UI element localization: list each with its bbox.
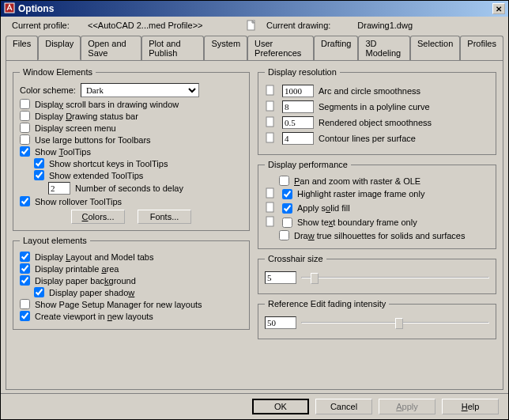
extended-tooltips-label: Show extended ToolTips [49,171,143,180]
svg-rect-5 [266,133,273,142]
highlight-raster-label: Highlight raster image frame only [297,189,424,199]
dwg-icon [265,216,277,229]
screen-menu-checkbox[interactable] [20,123,30,133]
svg-rect-8 [266,217,273,226]
dwg-icon [265,132,277,145]
delay-input[interactable] [48,182,70,195]
rollover-tooltips-label: Show rollover ToolTips [35,197,122,206]
printable-area-label: Display printable area [35,264,119,274]
delay-label: Number of seconds to delay [75,184,183,193]
printable-area-checkbox[interactable] [20,263,30,274]
svg-rect-3 [266,101,273,111]
dwg-icon [265,85,277,97]
cancel-button[interactable]: Cancel [315,399,372,414]
drawing-value: Drawing1.dwg [357,21,413,30]
window-elements-group: Window Elements Color scheme: Dark Displ… [13,67,250,231]
svg-rect-2 [266,85,273,95]
crosshair-size-group: Crosshair size [258,254,496,294]
contour-lines-label: Contour lines per surface [319,134,489,143]
solid-fill-checkbox[interactable] [282,203,292,214]
drawing-label: Current drawing: [266,21,330,30]
text-boundary-checkbox[interactable] [282,218,292,228]
ok-button[interactable]: OK [252,399,309,414]
scroll-bars-label: Display scroll bars in drawing window [35,100,179,109]
close-button[interactable]: ✕ [492,3,505,14]
true-silhouettes-checkbox[interactable] [279,230,289,240]
crosshair-size-slider[interactable] [301,270,489,286]
window-elements-legend: Window Elements [20,67,96,77]
tab-files[interactable]: Files [6,36,38,60]
layout-model-tabs-checkbox[interactable] [20,252,30,262]
shortcut-keys-checkbox[interactable] [34,158,44,168]
ref-edit-fading-legend: Reference Edit fading intensity [265,299,389,308]
screen-menu-label: Display screen menu [35,123,116,133]
solid-fill-label: Apply solid fill [297,203,350,213]
color-scheme-select[interactable]: Dark [81,83,199,97]
arc-smoothness-input[interactable] [282,85,314,97]
display-performance-group: Display performance Pan and zoom with ra… [258,160,496,249]
titlebar: Options ✕ [1,1,508,17]
rollover-tooltips-checkbox[interactable] [20,196,30,206]
svg-rect-7 [266,202,273,212]
arc-smoothness-label: Arc and circle smoothness [319,86,489,96]
dwg-icon [265,202,277,214]
polyline-segments-label: Segments in a polyline curve [319,102,489,112]
text-boundary-label: Show text boundary frame only [297,218,417,227]
svg-rect-6 [266,188,273,198]
page-setup-label: Show Page Setup Manager for new layouts [35,300,202,309]
profile-value: <<AutoCAD 2...med Profile>> [88,21,239,30]
paper-background-label: Display paper background [35,276,136,286]
paper-shadow-checkbox[interactable] [34,287,44,297]
dwg-icon [265,100,277,113]
tab-selection[interactable]: Selection [410,36,460,60]
display-resolution-legend: Display resolution [265,67,340,77]
dwg-icon [265,187,277,200]
display-panel: Window Elements Color scheme: Dark Displ… [6,60,503,390]
dwg-icon [265,116,277,129]
extended-tooltips-checkbox[interactable] [34,170,44,180]
ref-edit-fading-slider[interactable] [301,315,489,331]
fonts-button[interactable]: Fonts... [138,210,191,224]
tab-plot-and-publish[interactable]: Plot and Publish [141,36,204,60]
crosshair-size-input[interactable] [265,271,296,284]
large-buttons-label: Use large buttons for Toolbars [35,135,151,145]
tab-strip: FilesDisplayOpen and SavePlot and Publis… [1,36,508,60]
status-bar-checkbox[interactable] [20,111,30,121]
layout-elements-group: Layout elements Display Layout and Model… [13,236,250,330]
tab-open-and-save[interactable]: Open and Save [81,36,141,60]
ref-edit-fading-input[interactable] [265,316,296,329]
tab-3d-modeling[interactable]: 3D Modeling [358,36,410,60]
rendered-smoothness-input[interactable] [282,116,314,129]
show-tooltips-checkbox[interactable] [20,146,30,157]
display-resolution-group: Display resolution Arc and circle smooth… [258,67,496,155]
drawing-icon [246,20,257,31]
svg-rect-4 [266,117,273,127]
polyline-segments-input[interactable] [282,100,314,113]
ref-edit-fading-group: Reference Edit fading intensity [258,299,496,339]
paper-shadow-label: Display paper shadow [49,288,134,297]
colors-button[interactable]: Colors... [71,210,125,224]
tab-display[interactable]: Display [38,36,81,60]
tab-drafting[interactable]: Drafting [314,36,359,60]
viewport-label: Create viewport in new layouts [35,312,153,321]
help-button[interactable]: Help [442,399,499,414]
layout-model-tabs-label: Display Layout and Model tabs [35,252,153,262]
show-tooltips-label: Show ToolTips [35,147,91,157]
tab-system[interactable]: System [204,36,247,60]
tab-user-preferences[interactable]: User Preferences [247,36,314,60]
viewport-checkbox[interactable] [20,311,30,321]
window-title: Options [18,3,54,14]
contour-lines-input[interactable] [282,132,314,145]
apply-button[interactable]: Apply [379,399,435,414]
scroll-bars-checkbox[interactable] [20,99,30,109]
shortcut-keys-label: Show shortcut keys in ToolTips [49,159,168,168]
pan-zoom-label: Pan and zoom with raster & OLE [294,176,420,186]
rendered-smoothness-label: Rendered object smoothness [319,118,489,127]
page-setup-checkbox[interactable] [20,299,30,309]
app-icon [4,2,15,16]
tab-profiles[interactable]: Profiles [460,36,503,60]
pan-zoom-checkbox[interactable] [279,176,289,186]
paper-background-checkbox[interactable] [20,275,30,286]
large-buttons-checkbox[interactable] [20,134,30,145]
highlight-raster-checkbox[interactable] [282,189,292,199]
